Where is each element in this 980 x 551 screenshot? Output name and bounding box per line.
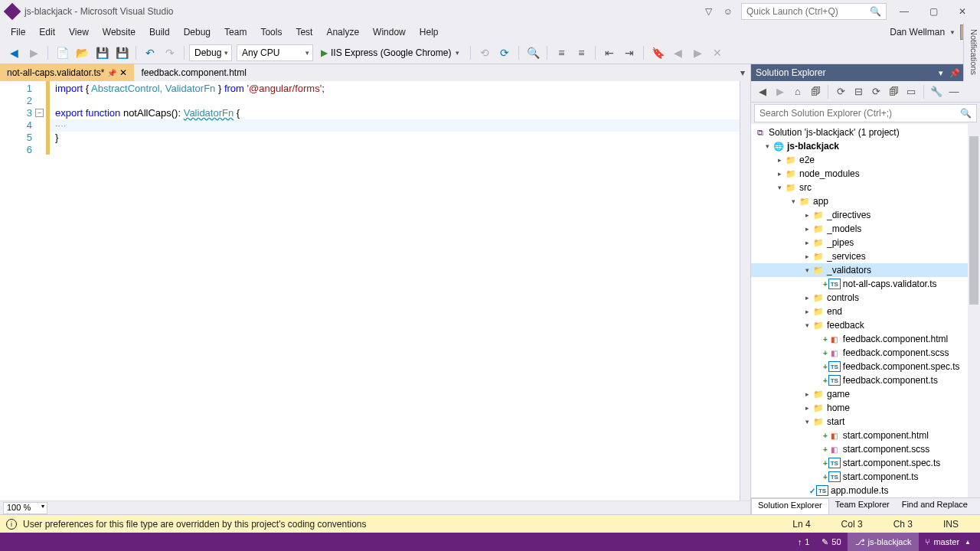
platform-dropdown[interactable]: Any CPU bbox=[237, 44, 313, 61]
file-feedback-spec[interactable]: +TSfeedback.component.spec.ts bbox=[751, 360, 980, 373]
file-start-html[interactable]: +◧start.component.html bbox=[751, 429, 980, 442]
menu-help[interactable]: Help bbox=[413, 24, 445, 40]
se-refresh-button[interactable]: ⟳ bbox=[832, 83, 849, 100]
folder-home[interactable]: ▸📁home bbox=[751, 401, 980, 415]
menu-file[interactable]: File bbox=[5, 24, 31, 40]
folder-end[interactable]: ▸📁end bbox=[751, 305, 980, 318]
prev-bookmark-button[interactable]: ◀ bbox=[668, 44, 687, 62]
bookmark-button[interactable]: 🔖 bbox=[648, 44, 667, 62]
config-dropdown[interactable]: Debug bbox=[189, 44, 232, 61]
menu-window[interactable]: Window bbox=[367, 24, 412, 40]
file-feedback-scss[interactable]: +◧feedback.component.scss bbox=[751, 346, 980, 360]
expander-icon[interactable]: ▾ bbox=[762, 142, 773, 150]
menu-debug[interactable]: Debug bbox=[178, 24, 217, 40]
browser-link-button[interactable]: ⟲ bbox=[475, 44, 494, 62]
tab-validator-ts[interactable]: not-all-caps.validator.ts* 📌 ✕ bbox=[0, 64, 134, 81]
solution-explorer-search[interactable]: Search Solution Explorer (Ctrl+;) 🔍 bbox=[754, 104, 977, 122]
new-project-button[interactable]: 📄 bbox=[53, 44, 71, 62]
solution-tree[interactable]: ⧉Solution 'js-blackjack' (1 project) ▾🌐j… bbox=[751, 124, 980, 497]
close-tab-icon[interactable]: ✕ bbox=[119, 67, 127, 78]
menu-website[interactable]: Website bbox=[96, 24, 142, 40]
redo-button[interactable]: ↷ bbox=[161, 44, 179, 62]
folder-e2e[interactable]: ▸📁e2e bbox=[751, 153, 980, 167]
se-view-button[interactable]: — bbox=[946, 83, 962, 100]
git-repo[interactable]: ⎇js-blackjack bbox=[848, 533, 920, 551]
folder-node-modules[interactable]: ▸📁node_modules bbox=[751, 167, 980, 181]
minimize-button[interactable]: — bbox=[893, 3, 916, 20]
tabs-overflow-button[interactable]: ▾ bbox=[735, 64, 750, 81]
se-collapse-button[interactable]: ⊟ bbox=[850, 83, 867, 100]
file-feedback-ts[interactable]: +TSfeedback.component.ts bbox=[751, 373, 980, 387]
indent-button[interactable]: ⇥ bbox=[620, 44, 639, 62]
code-area[interactable]: import { AbstractControl, ValidatorFn } … bbox=[46, 81, 740, 500]
folder-services[interactable]: ▸📁_services bbox=[751, 249, 980, 263]
menu-team[interactable]: Team bbox=[218, 24, 253, 40]
notifications-tab[interactable]: Notifications bbox=[963, 23, 980, 81]
solution-node[interactable]: ⧉Solution 'js-blackjack' (1 project) bbox=[751, 126, 980, 139]
file-start-spec[interactable]: +TSstart.component.spec.ts bbox=[751, 456, 980, 470]
expander-icon[interactable]: ▸ bbox=[774, 156, 785, 164]
folder-validators[interactable]: ▾📁_validators bbox=[751, 263, 980, 277]
outdent-button[interactable]: ⇤ bbox=[600, 44, 619, 62]
file-start-ts[interactable]: +TSstart.component.ts bbox=[751, 470, 980, 484]
se-home-button[interactable]: ⌂ bbox=[789, 83, 806, 100]
tab-team-explorer[interactable]: Team Explorer bbox=[829, 498, 896, 514]
se-sync-button[interactable]: 🗐 bbox=[807, 83, 824, 100]
menu-view[interactable]: View bbox=[63, 24, 95, 40]
file-app-module[interactable]: ✓TSapp.module.ts bbox=[751, 484, 980, 497]
tab-find-replace[interactable]: Find and Replace bbox=[896, 498, 974, 514]
pin-icon[interactable]: 📌 bbox=[107, 69, 116, 77]
clear-bookmark-button[interactable]: ✕ bbox=[708, 44, 727, 62]
panel-dropdown-button[interactable]: ▾ bbox=[934, 66, 948, 80]
project-node[interactable]: ▾🌐js-blackjack bbox=[751, 139, 980, 153]
folder-controls[interactable]: ▸📁controls bbox=[751, 291, 980, 305]
folder-start[interactable]: ▾📁start bbox=[751, 415, 980, 429]
menu-analyze[interactable]: Analyze bbox=[320, 24, 365, 40]
file-start-scss[interactable]: +◧start.component.scss bbox=[751, 442, 980, 456]
save-all-button[interactable]: 💾 bbox=[113, 44, 131, 62]
folder-directives[interactable]: ▸📁_directives bbox=[751, 208, 980, 222]
git-unpushed[interactable]: ↑1 bbox=[792, 537, 816, 546]
editor-split-bar[interactable] bbox=[740, 81, 750, 500]
folder-app[interactable]: ▾📁app bbox=[751, 194, 980, 208]
git-pending[interactable]: ✎50 bbox=[815, 537, 847, 547]
zoom-dropdown[interactable]: 100 % bbox=[3, 502, 47, 514]
folder-src[interactable]: ▾📁src bbox=[751, 181, 980, 194]
folder-game[interactable]: ▸📁game bbox=[751, 387, 980, 401]
next-bookmark-button[interactable]: ▶ bbox=[688, 44, 707, 62]
menu-test[interactable]: Test bbox=[289, 24, 318, 40]
refresh-button[interactable]: ⟳ bbox=[495, 44, 514, 62]
file-validator-ts[interactable]: +TSnot-all-caps.validator.ts bbox=[751, 277, 980, 291]
file-feedback-html[interactable]: +◧feedback.component.html bbox=[751, 332, 980, 346]
se-show-all-button[interactable]: ⟳ bbox=[867, 83, 884, 100]
git-branch[interactable]: ⑂master▲ bbox=[919, 537, 977, 546]
user-name[interactable]: Dan Wellman bbox=[890, 27, 948, 37]
folder-pipes[interactable]: ▸📁_pipes bbox=[751, 236, 980, 249]
se-preview-button[interactable]: ▭ bbox=[903, 83, 920, 100]
start-debug-button[interactable]: ▶ IIS Express (Google Chrome) bbox=[315, 47, 466, 58]
comment-button[interactable]: ≡ bbox=[552, 44, 570, 62]
filter-icon[interactable]: ▽ bbox=[701, 5, 715, 18]
open-file-button[interactable]: 📂 bbox=[73, 44, 91, 62]
folder-feedback[interactable]: ▾📁feedback bbox=[751, 318, 980, 332]
quick-launch-input[interactable]: Quick Launch (Ctrl+Q) 🔍 bbox=[741, 3, 887, 20]
feedback-icon[interactable]: ☺ bbox=[721, 5, 735, 18]
se-back-button[interactable]: ◀ bbox=[754, 83, 771, 100]
tree-scrollbar[interactable] bbox=[968, 124, 980, 497]
nav-back-button[interactable]: ◀ bbox=[5, 44, 23, 62]
maximize-button[interactable]: ▢ bbox=[922, 3, 945, 20]
menu-tools[interactable]: Tools bbox=[254, 24, 288, 40]
find-button[interactable]: 🔍 bbox=[524, 44, 542, 62]
chevron-down-icon[interactable]: ▼ bbox=[949, 29, 959, 36]
se-properties-button[interactable]: 🔧 bbox=[928, 83, 945, 100]
undo-button[interactable]: ↶ bbox=[141, 44, 159, 62]
tab-solution-explorer[interactable]: Solution Explorer bbox=[751, 498, 829, 514]
solution-explorer-title-bar[interactable]: Solution Explorer ▾ 📌 ✕ bbox=[751, 64, 980, 81]
se-copy-button[interactable]: 🗐 bbox=[885, 83, 902, 100]
save-button[interactable]: 💾 bbox=[93, 44, 111, 62]
menu-edit[interactable]: Edit bbox=[33, 24, 61, 40]
folder-models[interactable]: ▸📁_models bbox=[751, 222, 980, 236]
uncomment-button[interactable]: ≡ bbox=[572, 44, 590, 62]
close-button[interactable]: ✕ bbox=[951, 3, 974, 20]
panel-pin-button[interactable]: 📌 bbox=[948, 66, 962, 80]
